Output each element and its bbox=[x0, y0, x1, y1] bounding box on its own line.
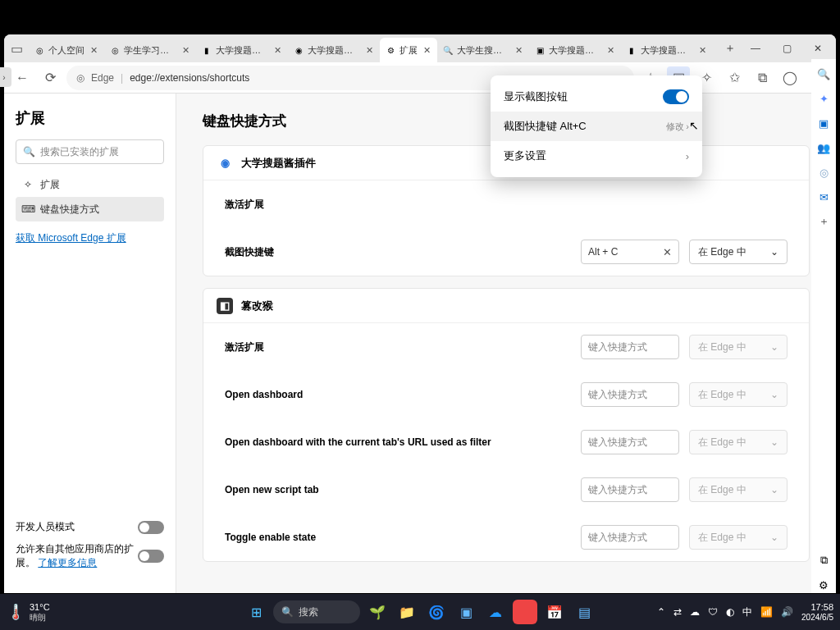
address-bar: ← ⟳ ◎ Edge | edge://extensions/shortcuts… bbox=[4, 62, 836, 94]
close-tab-icon[interactable]: ✕ bbox=[605, 44, 616, 56]
sidebar-outlook-icon[interactable]: ✉ bbox=[815, 189, 832, 205]
other-store-toggle[interactable] bbox=[138, 550, 164, 563]
chevron-right-icon: › bbox=[686, 150, 689, 162]
chevron-down-icon: ⌄ bbox=[770, 389, 778, 400]
get-extensions-link[interactable]: 获取 Microsoft Edge 扩展 bbox=[16, 231, 164, 245]
weather-widget[interactable]: 🌡️ 31°C 晴朗 bbox=[7, 602, 50, 621]
favicon: ◉ bbox=[293, 44, 304, 56]
wifi-icon[interactable]: 📶 bbox=[760, 606, 773, 618]
tab-list-icon[interactable]: ▭ bbox=[7, 41, 25, 57]
browser-tab[interactable]: ▮ 大学搜题酱插件 ✕ bbox=[196, 38, 288, 62]
sidebar-settings-icon[interactable]: ⚙ bbox=[815, 577, 832, 593]
scope-value: 在 Edge 中 bbox=[698, 483, 746, 497]
tray-chevron-icon[interactable]: ⌃ bbox=[657, 606, 665, 618]
taskbar-search[interactable]: 🔍 搜索 bbox=[273, 600, 360, 623]
ime-icon[interactable]: 中 bbox=[742, 605, 752, 619]
clock[interactable]: 17:58 2024/6/5 bbox=[801, 602, 833, 621]
taskbar-app-icon[interactable]: ▣ bbox=[454, 600, 478, 624]
extension-popup-menu: 显示截图按钮 截图快捷键 Alt+C 修改 › 更多设置 › bbox=[491, 75, 702, 177]
taskbar-app-icon[interactable]: 📅 bbox=[542, 600, 567, 624]
search-label: 搜索 bbox=[299, 605, 318, 619]
scope-select[interactable]: 在 Edge 中 ⌄ bbox=[689, 382, 788, 407]
nav-extensions[interactable]: ✧ 扩展 bbox=[16, 172, 164, 197]
refresh-button[interactable]: ⟳ bbox=[39, 66, 62, 89]
sidebar-app-icon[interactable]: ▣ bbox=[815, 115, 832, 131]
other-store-label: 允许来自其他应用商店的扩展。 了解更多信息 bbox=[16, 542, 138, 570]
url-path: edge://extensions/shortcuts bbox=[130, 72, 249, 84]
browser-tab[interactable]: 🔍 大学生搜题酱 ✕ bbox=[437, 38, 529, 62]
close-tab-icon[interactable]: ✕ bbox=[180, 44, 191, 56]
shortcut-input[interactable]: 键入快捷方式 bbox=[581, 525, 679, 550]
maximize-button[interactable]: ▢ bbox=[772, 37, 801, 60]
favicon: ◎ bbox=[109, 44, 121, 56]
scope-select[interactable]: 在 Edge 中 ⌄ bbox=[689, 477, 788, 502]
browser-tab[interactable]: ▮ 大学搜题酱插件 ✕ bbox=[621, 38, 713, 62]
show-button-toggle[interactable] bbox=[663, 89, 689, 104]
edge-icon[interactable]: 🌀 bbox=[424, 600, 449, 624]
shortcut-input[interactable]: 键入快捷方式 bbox=[581, 382, 679, 407]
search-icon: 🔍 bbox=[23, 146, 35, 158]
row-label: Open dashboard bbox=[225, 389, 571, 400]
taskbar-app-icon[interactable]: ▤ bbox=[572, 600, 596, 624]
sidebar-search-icon[interactable]: 🔍 bbox=[815, 66, 832, 82]
sidebar-app-icon[interactable]: 👥 bbox=[815, 139, 832, 156]
tray-shield-icon[interactable]: 🛡 bbox=[708, 606, 718, 618]
scope-value: 在 Edge 中 bbox=[698, 531, 746, 545]
new-tab-button[interactable]: ＋ bbox=[719, 38, 741, 59]
sidebar-app-icon[interactable]: ✦ bbox=[815, 90, 832, 107]
close-window-button[interactable]: ✕ bbox=[803, 37, 833, 60]
profile-button[interactable]: ◯ bbox=[778, 66, 801, 89]
collections-button[interactable]: ⧉ bbox=[751, 66, 774, 89]
close-tab-icon[interactable]: ✕ bbox=[363, 44, 375, 56]
shortcut-input[interactable]: 键入快捷方式 bbox=[581, 477, 679, 502]
scope-select[interactable]: 在 Edge 中 ⌄ bbox=[689, 525, 788, 550]
modify-action[interactable]: 修改 › bbox=[666, 121, 689, 133]
dev-mode-toggle[interactable] bbox=[138, 521, 164, 534]
shortcut-input[interactable]: 键入快捷方式 bbox=[581, 335, 679, 359]
browser-tab[interactable]: ⚙ 扩展 ✕ bbox=[380, 38, 437, 62]
chevron-right-icon: › bbox=[686, 121, 689, 131]
popup-row-shortcut[interactable]: 截图快捷键 Alt+C 修改 › bbox=[491, 112, 702, 141]
tray-icon[interactable]: ⇄ bbox=[673, 606, 682, 618]
volume-icon[interactable]: 🔊 bbox=[781, 606, 793, 618]
scope-value: 在 Edge 中 bbox=[698, 340, 746, 354]
shortcut-input[interactable]: 键入快捷方式 bbox=[581, 430, 679, 454]
back-button[interactable]: ← bbox=[11, 66, 34, 89]
nav-keyboard-shortcuts[interactable]: ⌨ 键盘快捷方式 bbox=[16, 197, 164, 221]
chevron-down-icon: ⌄ bbox=[770, 436, 778, 448]
side-panel-button[interactable]: › bbox=[0, 67, 11, 87]
search-extensions-input[interactable]: 🔍 搜索已安装的扩展 bbox=[16, 139, 164, 164]
browser-tab[interactable]: ▣ 大学搜题酱PC ✕ bbox=[529, 38, 621, 62]
browser-tab[interactable]: ◎ 学生学习页面 ✕ bbox=[104, 38, 196, 62]
sidebar-expand-icon[interactable]: ⧉ bbox=[815, 552, 832, 568]
taskbar-app-icon[interactable]: 🌱 bbox=[365, 600, 390, 624]
taskbar-app-icon[interactable]: ☁ bbox=[483, 600, 508, 624]
file-explorer-icon[interactable]: 📁 bbox=[395, 600, 419, 624]
close-tab-icon[interactable]: ✕ bbox=[272, 44, 283, 56]
shortcut-input[interactable]: Alt + C ✕ bbox=[581, 240, 679, 264]
browser-tab[interactable]: ◉ 大学搜题酱插件 ✕ bbox=[288, 38, 380, 62]
close-tab-icon[interactable]: ✕ bbox=[513, 44, 524, 56]
extension-icon: ◧ bbox=[217, 298, 233, 314]
browser-tab[interactable]: ◎ 个人空间 ✕ bbox=[29, 38, 104, 62]
close-tab-icon[interactable]: ✕ bbox=[421, 44, 432, 56]
close-tab-icon[interactable]: ✕ bbox=[88, 44, 99, 56]
learn-more-link[interactable]: 了解更多信息 bbox=[38, 557, 97, 568]
scope-select[interactable]: 在 Edge 中 ⌄ bbox=[689, 335, 788, 359]
close-tab-icon[interactable]: ✕ bbox=[696, 44, 708, 56]
tray-icon[interactable]: ☁ bbox=[690, 606, 700, 618]
sidebar-app-icon[interactable]: ◎ bbox=[815, 164, 832, 180]
tab-title: 个人空间 bbox=[48, 44, 84, 57]
start-button[interactable]: ⊞ bbox=[244, 600, 268, 624]
taskbar-app-icon[interactable] bbox=[513, 600, 537, 624]
popup-row-more-settings[interactable]: 更多设置 › bbox=[491, 141, 702, 171]
url-label: Edge bbox=[91, 72, 114, 84]
tray-icon[interactable]: ◐ bbox=[726, 606, 734, 618]
minimize-button[interactable]: — bbox=[741, 37, 770, 60]
scope-select[interactable]: 在 Edge 中 ⌄ bbox=[689, 240, 788, 264]
shortcut-row: Open new script tab 键入快捷方式 在 Edge 中 ⌄ bbox=[203, 466, 809, 514]
clear-shortcut-icon[interactable]: ✕ bbox=[663, 246, 672, 258]
scope-select[interactable]: 在 Edge 中 ⌄ bbox=[689, 430, 788, 454]
favorites-button[interactable]: ✩ bbox=[723, 66, 746, 89]
sidebar-add-icon[interactable]: ＋ bbox=[815, 213, 832, 230]
